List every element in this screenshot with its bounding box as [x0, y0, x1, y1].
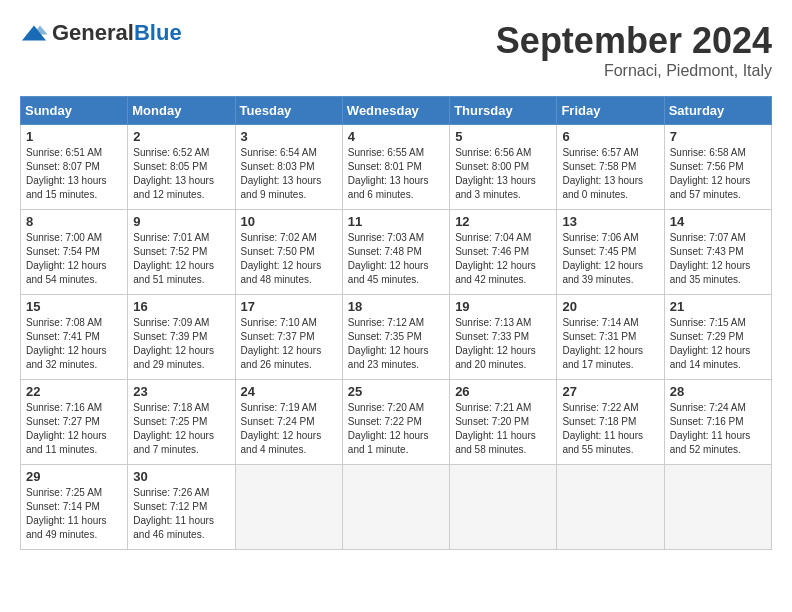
calendar-table: Sunday Monday Tuesday Wednesday Thursday… [20, 96, 772, 550]
day-number: 16 [133, 299, 229, 314]
general-blue-logo-icon [20, 24, 48, 42]
calendar-cell: 14 Sunrise: 7:07 AM Sunset: 7:43 PM Dayl… [664, 210, 771, 295]
day-number: 15 [26, 299, 122, 314]
cell-info: Sunrise: 7:10 AM Sunset: 7:37 PM Dayligh… [241, 316, 337, 372]
cell-info: Sunrise: 7:03 AM Sunset: 7:48 PM Dayligh… [348, 231, 444, 287]
calendar-cell: 29 Sunrise: 7:25 AM Sunset: 7:14 PM Dayl… [21, 465, 128, 550]
calendar-cell: 23 Sunrise: 7:18 AM Sunset: 7:25 PM Dayl… [128, 380, 235, 465]
logo: GeneralBlue [20, 20, 182, 46]
calendar-cell: 10 Sunrise: 7:02 AM Sunset: 7:50 PM Dayl… [235, 210, 342, 295]
calendar-cell: 9 Sunrise: 7:01 AM Sunset: 7:52 PM Dayli… [128, 210, 235, 295]
cell-info: Sunrise: 6:55 AM Sunset: 8:01 PM Dayligh… [348, 146, 444, 202]
cell-info: Sunrise: 7:24 AM Sunset: 7:16 PM Dayligh… [670, 401, 766, 457]
cell-info: Sunrise: 6:51 AM Sunset: 8:07 PM Dayligh… [26, 146, 122, 202]
day-number: 2 [133, 129, 229, 144]
cell-info: Sunrise: 7:01 AM Sunset: 7:52 PM Dayligh… [133, 231, 229, 287]
week-row-3: 15 Sunrise: 7:08 AM Sunset: 7:41 PM Dayl… [21, 295, 772, 380]
header-sunday: Sunday [21, 97, 128, 125]
day-number: 29 [26, 469, 122, 484]
page-header: GeneralBlue September 2024 Fornaci, Pied… [20, 20, 772, 80]
cell-info: Sunrise: 7:00 AM Sunset: 7:54 PM Dayligh… [26, 231, 122, 287]
weekday-header-row: Sunday Monday Tuesday Wednesday Thursday… [21, 97, 772, 125]
header-monday: Monday [128, 97, 235, 125]
day-number: 20 [562, 299, 658, 314]
header-tuesday: Tuesday [235, 97, 342, 125]
day-number: 12 [455, 214, 551, 229]
day-number: 7 [670, 129, 766, 144]
day-number: 23 [133, 384, 229, 399]
week-row-1: 1 Sunrise: 6:51 AM Sunset: 8:07 PM Dayli… [21, 125, 772, 210]
day-number: 27 [562, 384, 658, 399]
calendar-cell: 18 Sunrise: 7:12 AM Sunset: 7:35 PM Dayl… [342, 295, 449, 380]
header-thursday: Thursday [450, 97, 557, 125]
day-number: 6 [562, 129, 658, 144]
cell-info: Sunrise: 7:08 AM Sunset: 7:41 PM Dayligh… [26, 316, 122, 372]
calendar-cell: 27 Sunrise: 7:22 AM Sunset: 7:18 PM Dayl… [557, 380, 664, 465]
day-number: 22 [26, 384, 122, 399]
cell-info: Sunrise: 7:04 AM Sunset: 7:46 PM Dayligh… [455, 231, 551, 287]
cell-info: Sunrise: 6:57 AM Sunset: 7:58 PM Dayligh… [562, 146, 658, 202]
title-block: September 2024 Fornaci, Piedmont, Italy [496, 20, 772, 80]
calendar-cell: 17 Sunrise: 7:10 AM Sunset: 7:37 PM Dayl… [235, 295, 342, 380]
day-number: 25 [348, 384, 444, 399]
calendar-cell: 1 Sunrise: 6:51 AM Sunset: 8:07 PM Dayli… [21, 125, 128, 210]
calendar-cell: 25 Sunrise: 7:20 AM Sunset: 7:22 PM Dayl… [342, 380, 449, 465]
cell-info: Sunrise: 7:18 AM Sunset: 7:25 PM Dayligh… [133, 401, 229, 457]
calendar-cell: 12 Sunrise: 7:04 AM Sunset: 7:46 PM Dayl… [450, 210, 557, 295]
day-number: 30 [133, 469, 229, 484]
cell-info: Sunrise: 7:02 AM Sunset: 7:50 PM Dayligh… [241, 231, 337, 287]
cell-info: Sunrise: 7:07 AM Sunset: 7:43 PM Dayligh… [670, 231, 766, 287]
header-saturday: Saturday [664, 97, 771, 125]
cell-info: Sunrise: 7:25 AM Sunset: 7:14 PM Dayligh… [26, 486, 122, 542]
calendar-cell [557, 465, 664, 550]
location: Fornaci, Piedmont, Italy [496, 62, 772, 80]
logo-text: GeneralBlue [52, 20, 182, 46]
calendar-cell [342, 465, 449, 550]
calendar-cell [664, 465, 771, 550]
calendar-cell [235, 465, 342, 550]
cell-info: Sunrise: 7:13 AM Sunset: 7:33 PM Dayligh… [455, 316, 551, 372]
day-number: 28 [670, 384, 766, 399]
day-number: 13 [562, 214, 658, 229]
calendar-cell: 3 Sunrise: 6:54 AM Sunset: 8:03 PM Dayli… [235, 125, 342, 210]
calendar-cell: 30 Sunrise: 7:26 AM Sunset: 7:12 PM Dayl… [128, 465, 235, 550]
calendar-cell: 13 Sunrise: 7:06 AM Sunset: 7:45 PM Dayl… [557, 210, 664, 295]
cell-info: Sunrise: 7:15 AM Sunset: 7:29 PM Dayligh… [670, 316, 766, 372]
calendar-cell: 26 Sunrise: 7:21 AM Sunset: 7:20 PM Dayl… [450, 380, 557, 465]
calendar-cell: 24 Sunrise: 7:19 AM Sunset: 7:24 PM Dayl… [235, 380, 342, 465]
calendar-cell: 22 Sunrise: 7:16 AM Sunset: 7:27 PM Dayl… [21, 380, 128, 465]
day-number: 19 [455, 299, 551, 314]
cell-info: Sunrise: 6:58 AM Sunset: 7:56 PM Dayligh… [670, 146, 766, 202]
calendar-cell: 16 Sunrise: 7:09 AM Sunset: 7:39 PM Dayl… [128, 295, 235, 380]
day-number: 17 [241, 299, 337, 314]
week-row-5: 29 Sunrise: 7:25 AM Sunset: 7:14 PM Dayl… [21, 465, 772, 550]
cell-info: Sunrise: 7:19 AM Sunset: 7:24 PM Dayligh… [241, 401, 337, 457]
day-number: 26 [455, 384, 551, 399]
day-number: 3 [241, 129, 337, 144]
day-number: 10 [241, 214, 337, 229]
cell-info: Sunrise: 7:12 AM Sunset: 7:35 PM Dayligh… [348, 316, 444, 372]
day-number: 21 [670, 299, 766, 314]
cell-info: Sunrise: 6:56 AM Sunset: 8:00 PM Dayligh… [455, 146, 551, 202]
calendar-cell: 20 Sunrise: 7:14 AM Sunset: 7:31 PM Dayl… [557, 295, 664, 380]
month-title: September 2024 [496, 20, 772, 62]
cell-info: Sunrise: 6:52 AM Sunset: 8:05 PM Dayligh… [133, 146, 229, 202]
calendar-cell: 21 Sunrise: 7:15 AM Sunset: 7:29 PM Dayl… [664, 295, 771, 380]
calendar-cell: 4 Sunrise: 6:55 AM Sunset: 8:01 PM Dayli… [342, 125, 449, 210]
week-row-4: 22 Sunrise: 7:16 AM Sunset: 7:27 PM Dayl… [21, 380, 772, 465]
calendar-cell: 15 Sunrise: 7:08 AM Sunset: 7:41 PM Dayl… [21, 295, 128, 380]
header-wednesday: Wednesday [342, 97, 449, 125]
day-number: 4 [348, 129, 444, 144]
calendar-cell: 2 Sunrise: 6:52 AM Sunset: 8:05 PM Dayli… [128, 125, 235, 210]
cell-info: Sunrise: 7:09 AM Sunset: 7:39 PM Dayligh… [133, 316, 229, 372]
cell-info: Sunrise: 7:20 AM Sunset: 7:22 PM Dayligh… [348, 401, 444, 457]
calendar-cell: 8 Sunrise: 7:00 AM Sunset: 7:54 PM Dayli… [21, 210, 128, 295]
calendar-cell: 19 Sunrise: 7:13 AM Sunset: 7:33 PM Dayl… [450, 295, 557, 380]
calendar-cell: 6 Sunrise: 6:57 AM Sunset: 7:58 PM Dayli… [557, 125, 664, 210]
day-number: 5 [455, 129, 551, 144]
calendar-cell: 5 Sunrise: 6:56 AM Sunset: 8:00 PM Dayli… [450, 125, 557, 210]
cell-info: Sunrise: 7:22 AM Sunset: 7:18 PM Dayligh… [562, 401, 658, 457]
calendar-cell [450, 465, 557, 550]
day-number: 11 [348, 214, 444, 229]
header-friday: Friday [557, 97, 664, 125]
